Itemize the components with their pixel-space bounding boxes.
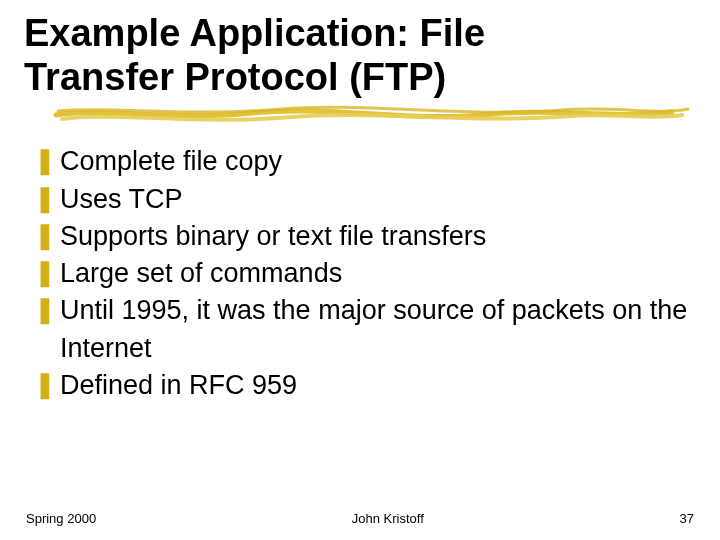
bullet-icon: ❚: [34, 255, 60, 291]
list-item: ❚ Supports binary or text file transfers: [34, 218, 696, 255]
title-line-2: Transfer Protocol (FTP): [24, 56, 696, 100]
scribble-underline-icon: [52, 103, 692, 125]
slide-footer: Spring 2000 John Kristoff 37: [0, 511, 720, 526]
slide: Example Application: File Transfer Proto…: [0, 0, 720, 540]
bullet-icon: ❚: [34, 181, 60, 217]
list-item: ❚ Until 1995, it was the major source of…: [34, 292, 696, 367]
list-item: ❚ Uses TCP: [34, 181, 696, 218]
list-item-text: Defined in RFC 959: [60, 367, 696, 404]
list-item-text: Complete file copy: [60, 143, 696, 180]
list-item: ❚ Large set of commands: [34, 255, 696, 292]
list-item-text: Supports binary or text file transfers: [60, 218, 696, 255]
title-line-1: Example Application: File: [24, 12, 696, 56]
list-item: ❚ Complete file copy: [34, 143, 696, 180]
footer-left: Spring 2000: [26, 511, 96, 526]
bullet-icon: ❚: [34, 367, 60, 403]
bullet-icon: ❚: [34, 292, 60, 328]
list-item: ❚ Defined in RFC 959: [34, 367, 696, 404]
bullet-icon: ❚: [34, 218, 60, 254]
list-item-text: Until 1995, it was the major source of p…: [60, 292, 696, 367]
bullet-icon: ❚: [34, 143, 60, 179]
list-item-text: Large set of commands: [60, 255, 696, 292]
footer-center: John Kristoff: [352, 511, 424, 526]
footer-page-number: 37: [680, 511, 694, 526]
bullet-list: ❚ Complete file copy ❚ Uses TCP ❚ Suppor…: [24, 143, 696, 404]
slide-title: Example Application: File Transfer Proto…: [24, 12, 696, 99]
title-underline: [52, 103, 696, 125]
list-item-text: Uses TCP: [60, 181, 696, 218]
